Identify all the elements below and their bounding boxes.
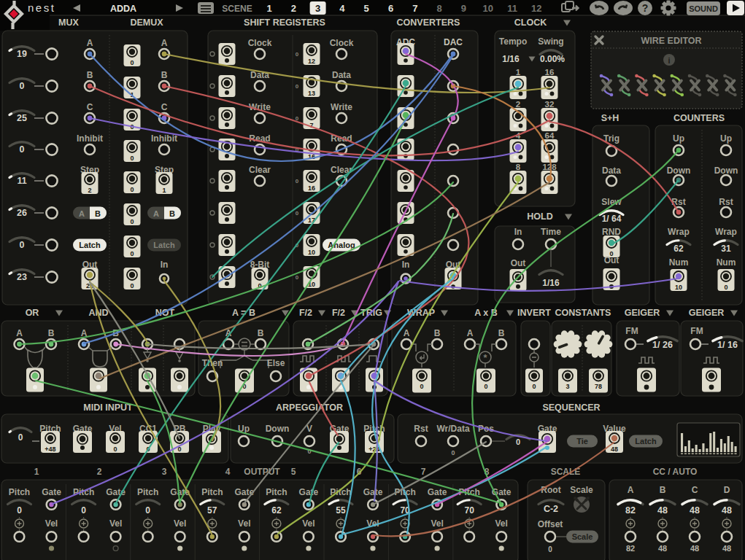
svg-text:11: 11 [507,3,517,14]
svg-text:Vel: Vel [302,518,314,529]
svg-text:Tempo: Tempo [499,36,527,47]
svg-text:Down: Down [266,424,290,434]
svg-text:MIDI INPUT: MIDI INPUT [83,402,133,413]
svg-text:B: B [434,328,441,338]
svg-text:3: 3 [315,3,320,14]
svg-text:0: 0 [548,545,552,553]
svg-text:Rst: Rst [414,424,428,434]
svg-text:F/2: F/2 [332,308,345,318]
svg-text:Vel: Vel [174,518,186,529]
svg-text:0: 0 [484,383,487,390]
svg-text:0: 0 [516,438,520,446]
svg-text:1: 1 [34,467,39,477]
svg-text:ARPEGGIATOR: ARPEGGIATOR [276,402,343,413]
svg-text:Num: Num [669,257,689,268]
svg-text:16: 16 [545,68,555,77]
svg-text:C: C [692,485,698,495]
svg-text:10: 10 [675,284,682,291]
svg-text:SCENE: SCENE [222,4,252,14]
svg-text:Vel: Vel [238,518,250,529]
svg-text:Offset: Offset [538,519,563,529]
svg-text:0: 0 [296,274,299,281]
svg-text:Gate: Gate [428,487,447,497]
svg-text:62: 62 [673,244,684,254]
svg-text:0: 0 [451,449,455,456]
svg-text:13: 13 [308,90,315,97]
svg-text:8: 8 [436,3,441,14]
svg-text:Wrap: Wrap [668,227,690,237]
svg-text:0: 0 [113,446,117,453]
svg-text:OR: OR [26,308,39,318]
svg-text:Latch: Latch [79,241,101,249]
svg-text:0: 0 [724,284,727,291]
svg-text:COUNTERS: COUNTERS [673,113,725,123]
svg-text:RND: RND [602,227,621,237]
svg-text:0: 0 [130,155,134,162]
svg-text:B: B [169,209,175,218]
svg-text:16: 16 [308,184,315,192]
svg-text:Gate: Gate [363,487,383,497]
svg-text:Gate: Gate [299,487,319,497]
svg-text:0: 0 [296,83,299,90]
svg-text:Tie: Tie [576,437,588,446]
svg-text:Up: Up [673,133,684,144]
svg-text:0: 0 [130,186,134,193]
svg-text:0: 0 [145,505,150,516]
svg-text:C: C [161,102,168,112]
svg-text:SEQUENCER: SEQUENCER [542,402,600,413]
svg-text:Num: Num [717,257,736,268]
svg-text:SOUND: SOUND [689,4,718,13]
svg-text:7: 7 [412,3,417,14]
svg-text:Vel: Vel [431,518,443,529]
svg-text:1/ 26: 1/ 26 [652,340,673,350]
svg-text:0: 0 [18,432,23,443]
svg-text:0: 0 [20,240,25,250]
svg-text:FM: FM [690,326,703,336]
svg-text:2: 2 [291,3,296,14]
svg-text:B: B [498,328,505,338]
svg-text:19: 19 [17,49,27,59]
svg-text:Pitch: Pitch [266,487,287,497]
svg-text:Inhibit: Inhibit [151,133,177,144]
svg-text:0: 0 [532,383,536,390]
svg-text:Scale: Scale [572,532,593,541]
svg-text:48: 48 [722,505,732,516]
svg-text:+48: +48 [45,446,55,453]
svg-text:5: 5 [364,3,369,14]
svg-text:Data: Data [602,166,621,176]
svg-text:1/ 16: 1/ 16 [717,340,738,350]
svg-text:48: 48 [658,544,667,553]
svg-text:CONSTANTS: CONSTANTS [555,308,611,318]
svg-text:70: 70 [465,505,475,516]
svg-text:F/2: F/2 [299,308,312,318]
svg-text:5: 5 [291,467,296,477]
svg-text:GEIGER: GEIGER [625,308,660,318]
svg-text:C-2: C-2 [544,504,558,514]
svg-text:0.00%: 0.00% [540,54,565,64]
svg-text:Else: Else [267,358,285,368]
svg-text:26: 26 [17,208,27,218]
svg-text:OUTPUT: OUTPUT [244,467,280,477]
svg-text:0: 0 [17,505,22,516]
svg-text:12: 12 [308,58,315,65]
svg-text:48: 48 [657,505,668,516]
svg-text:B: B [258,328,264,338]
svg-text:D: D [724,485,730,495]
svg-text:In: In [514,227,522,237]
svg-text:Vel: Vel [495,518,508,529]
svg-text:10: 10 [308,249,315,256]
svg-text:A: A [467,328,474,338]
svg-text:0: 0 [81,505,86,516]
svg-text:57: 57 [207,505,217,516]
svg-text:48: 48 [722,544,731,553]
svg-text:FM: FM [625,326,638,336]
svg-text:SHIFT REGISTERS: SHIFT REGISTERS [244,18,325,28]
svg-text:A: A [79,209,85,218]
svg-text:DEMUX: DEMUX [130,18,163,28]
svg-text:0: 0 [296,178,299,184]
svg-text:3: 3 [565,383,569,390]
svg-text:CLOCK: CLOCK [514,18,547,28]
svg-text:48: 48 [690,544,699,553]
svg-text:11: 11 [17,176,26,186]
svg-text:C: C [87,102,93,112]
